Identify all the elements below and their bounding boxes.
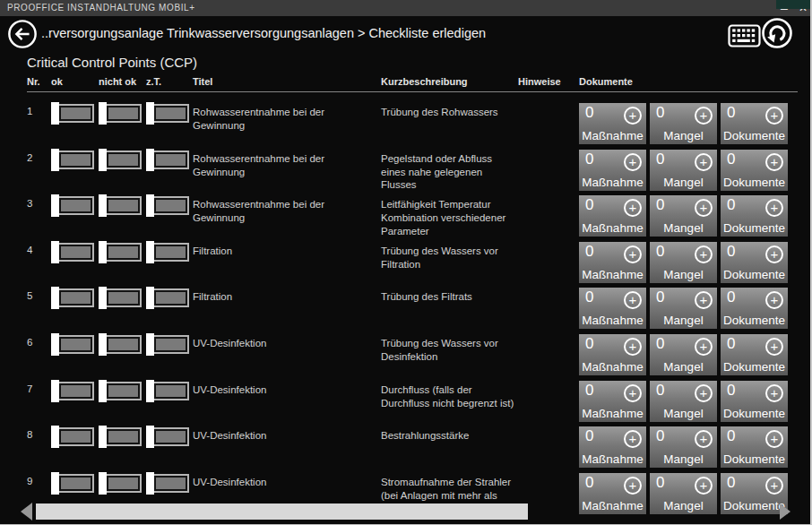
- toggle-zt[interactable]: [146, 241, 189, 263]
- dokumente-button[interactable]: 0 + Dokumente: [721, 288, 788, 329]
- toggle-ok[interactable]: [51, 102, 94, 125]
- toggle-zt[interactable]: [146, 149, 189, 171]
- toggle-nicht-ok[interactable]: [99, 194, 142, 217]
- toggle-thumb[interactable]: [51, 380, 59, 402]
- toggle-thumb[interactable]: [146, 472, 154, 495]
- toggle-nicht-ok[interactable]: [99, 241, 142, 263]
- back-button[interactable]: [7, 19, 38, 49]
- massnahme-button[interactable]: 0 + Maßnahme: [579, 381, 646, 422]
- scroll-left-arrow-icon[interactable]: [21, 503, 32, 521]
- col-header-ok: ok: [51, 76, 63, 87]
- massnahme-button[interactable]: 0 + Maßnahme: [579, 288, 646, 329]
- toggle-ok[interactable]: [51, 194, 94, 217]
- toggle-thumb[interactable]: [51, 426, 59, 448]
- toggle-thumb[interactable]: [146, 149, 154, 171]
- toggle-ok[interactable]: [51, 426, 94, 448]
- toggle-zt[interactable]: [146, 472, 189, 495]
- horizontal-scrollbar-thumb[interactable]: [36, 503, 528, 520]
- toggle-nicht-ok[interactable]: [99, 472, 142, 495]
- massnahme-button[interactable]: 0 + Maßnahme: [579, 150, 646, 191]
- mangel-label: Mangel: [650, 314, 717, 327]
- mangel-button[interactable]: 0 + Mangel: [650, 426, 717, 468]
- dokumente-button[interactable]: 0 + Dokumente: [721, 334, 788, 375]
- dokumente-button[interactable]: 0 + Dokumente: [721, 473, 788, 514]
- mangel-button[interactable]: 0 + Mangel: [650, 242, 717, 283]
- toggle-thumb[interactable]: [146, 102, 154, 125]
- toggle-thumb[interactable]: [146, 333, 154, 356]
- toggle-thumb[interactable]: [51, 287, 59, 309]
- toggle-ok[interactable]: [51, 241, 94, 263]
- toggle-thumb[interactable]: [51, 333, 59, 356]
- toggle-ok[interactable]: [51, 380, 94, 402]
- toggle-thumb[interactable]: [51, 241, 59, 263]
- massnahme-button[interactable]: 0 + Maßnahme: [579, 242, 646, 283]
- dokumente-button[interactable]: 0 + Dokumente: [721, 242, 788, 283]
- toggle-thumb[interactable]: [99, 241, 107, 263]
- toggle-thumb[interactable]: [99, 287, 107, 309]
- toggle-nicht-ok[interactable]: [99, 426, 142, 448]
- toggle-thumb[interactable]: [99, 426, 107, 448]
- toggle-nicht-ok[interactable]: [99, 380, 142, 402]
- toggle-ok[interactable]: [51, 149, 94, 171]
- keyboard-button[interactable]: [728, 24, 761, 47]
- toggle-thumb[interactable]: [99, 472, 107, 495]
- toggle-zt[interactable]: [146, 287, 189, 309]
- toggle-thumb[interactable]: [99, 102, 107, 125]
- toggle-thumb[interactable]: [51, 472, 59, 495]
- toggle-thumb[interactable]: [146, 380, 154, 402]
- toggle-zt[interactable]: [146, 333, 189, 356]
- scroll-right-arrow-icon[interactable]: [780, 503, 790, 520]
- toggle-nicht-ok[interactable]: [99, 333, 142, 356]
- dokumente-label: Dokumente: [721, 268, 788, 281]
- toggle-thumb[interactable]: [146, 194, 154, 217]
- dokumente-button[interactable]: 0 + Dokumente: [721, 103, 788, 144]
- mangel-button[interactable]: 0 + Mangel: [650, 150, 717, 191]
- toggle-thumb[interactable]: [99, 194, 107, 217]
- mangel-button[interactable]: 0 + Mangel: [650, 103, 717, 144]
- mangel-button[interactable]: 0 + Mangel: [650, 288, 717, 329]
- massnahme-button[interactable]: 0 + Maßnahme: [579, 426, 646, 468]
- undo-button[interactable]: [761, 17, 793, 49]
- massnahme-button[interactable]: 0 + Maßnahme: [579, 334, 646, 375]
- toggle-thumb[interactable]: [51, 194, 59, 217]
- massnahme-button[interactable]: 0 + Maßnahme: [579, 473, 646, 514]
- toggle-zt[interactable]: [146, 194, 189, 217]
- dokumente-button[interactable]: 0 + Dokumente: [721, 426, 788, 468]
- toggle-zt[interactable]: [146, 380, 189, 402]
- mangel-button[interactable]: 0 + Mangel: [650, 381, 717, 422]
- toggle-track: [152, 382, 189, 400]
- toggle-nicht-ok[interactable]: [99, 102, 142, 125]
- toggle-thumb[interactable]: [99, 380, 107, 402]
- massnahme-button[interactable]: 0 + Maßnahme: [579, 195, 646, 237]
- toggle-zt[interactable]: [146, 426, 189, 448]
- toggle-thumb[interactable]: [146, 241, 154, 263]
- toggle-thumb[interactable]: [146, 287, 154, 309]
- mangel-button[interactable]: 0 + Mangel: [650, 473, 717, 514]
- toggle-thumb[interactable]: [146, 426, 154, 448]
- mangel-button[interactable]: 0 + Mangel: [650, 195, 717, 237]
- toggle-ok[interactable]: [51, 333, 94, 356]
- row-kurzbeschreibung: Leitfähigkeit Temperatur Kombination ver…: [381, 198, 517, 238]
- toggle-thumb[interactable]: [99, 333, 107, 356]
- dokumente-button[interactable]: 0 + Dokumente: [721, 381, 788, 422]
- mangel-button[interactable]: 0 + Mangel: [650, 334, 717, 375]
- mangel-count: 0: [656, 288, 664, 306]
- plus-icon: +: [765, 291, 783, 309]
- toggle-thumb[interactable]: [51, 149, 59, 171]
- toggle-nicht-ok[interactable]: [99, 149, 142, 171]
- row-number: 1: [27, 106, 32, 116]
- row-kurzbeschreibung: Trübung des Filtrats: [381, 290, 517, 304]
- toggle-zt[interactable]: [146, 102, 189, 125]
- toggle-thumb[interactable]: [99, 149, 107, 171]
- massnahme-button[interactable]: 0 + Maßnahme: [579, 103, 646, 144]
- dokumente-button[interactable]: 0 + Dokumente: [721, 150, 788, 191]
- toggle-ok[interactable]: [51, 472, 94, 495]
- toggle-nicht-ok[interactable]: [99, 287, 142, 309]
- row-number: 8: [27, 429, 32, 440]
- toggle-track: [105, 427, 142, 446]
- dokumente-button[interactable]: 0 + Dokumente: [721, 195, 788, 237]
- table-row: 2 Rohwasserentnahme bei der Gewinnung Pe…: [0, 143, 810, 190]
- keyboard-icon: [728, 24, 761, 47]
- toggle-ok[interactable]: [51, 287, 94, 309]
- toggle-thumb[interactable]: [51, 102, 59, 125]
